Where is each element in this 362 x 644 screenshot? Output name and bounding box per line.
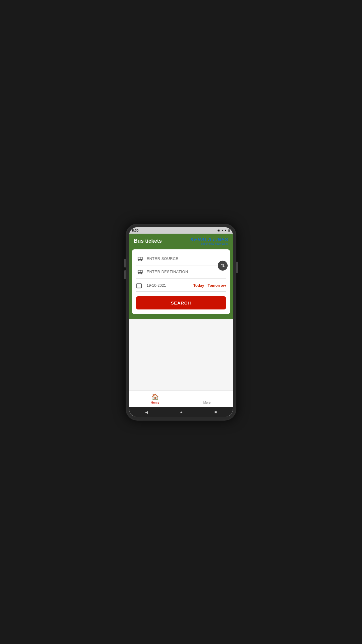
svg-point-9 [138,273,140,274]
source-input[interactable] [147,256,226,261]
circle-indicator-icon: ◉ [217,229,220,232]
search-card: ⇅ [129,249,233,319]
source-bus-icon [136,255,144,263]
search-form: ⇅ [132,249,230,314]
svg-rect-11 [140,273,141,273]
svg-rect-5 [140,260,141,260]
status-time: 8:30 [132,229,138,232]
nav-more[interactable]: ⋯ More [181,391,233,407]
signal-icon: ▲▲ [221,229,227,232]
date-display[interactable]: 19-10-2021 [147,283,190,288]
status-bar: 8:30 ◉ ▲▲ ▮ [129,227,233,234]
destination-input[interactable] [147,270,226,274]
swap-button[interactable]: ⇅ [218,260,228,270]
svg-rect-12 [137,284,142,288]
home-icon: 🏠 [152,393,159,400]
tomorrow-button[interactable]: Tomorrow [208,283,226,288]
calendar-icon [136,281,144,290]
home-hardware-button[interactable]: ● [180,410,182,414]
source-row: ⇅ [136,252,226,265]
brand-tagline: end of your travel woes [190,242,228,245]
brand-name: KERALA LINES [190,237,228,242]
volume-up-button[interactable] [124,259,126,267]
nav-home[interactable]: 🏠 Home [129,391,181,407]
phone-screen: 8:30 ◉ ▲▲ ▮ Bus tickets KERALA LINES end… [129,227,233,417]
recents-button[interactable]: ■ [215,410,217,414]
svg-point-3 [138,260,140,261]
swap-icon: ⇅ [221,263,225,268]
power-button[interactable] [236,262,238,273]
battery-icon: ▮ [228,229,230,232]
phone-device: 8:30 ◉ ▲▲ ▮ Bus tickets KERALA LINES end… [126,224,236,421]
back-button[interactable]: ◀ [145,410,148,414]
date-row: 19-10-2021 Today Tomorrow [136,279,226,292]
brand-logo: KERALA LINES end of your travel woes [190,237,228,245]
volume-down-button[interactable] [124,270,126,279]
more-label: More [203,401,210,404]
more-icon: ⋯ [204,393,210,400]
main-content [129,319,233,390]
svg-rect-7 [138,270,140,272]
destination-bus-icon [136,268,144,276]
svg-rect-8 [140,270,142,272]
home-label: Home [151,401,159,404]
page-title: Bus tickets [134,238,162,244]
search-button[interactable]: SEARCH [136,296,226,309]
svg-rect-1 [138,257,140,259]
android-nav-bar: ◀ ● ■ [129,407,233,417]
app-header: Bus tickets KERALA LINES end of your tra… [129,234,233,249]
status-icons: ◉ ▲▲ ▮ [217,229,230,232]
svg-rect-2 [140,257,142,259]
svg-point-10 [141,273,142,274]
today-button[interactable]: Today [193,283,204,288]
svg-point-4 [141,260,142,261]
bottom-nav: 🏠 Home ⋯ More [129,390,233,407]
destination-row [136,265,226,279]
